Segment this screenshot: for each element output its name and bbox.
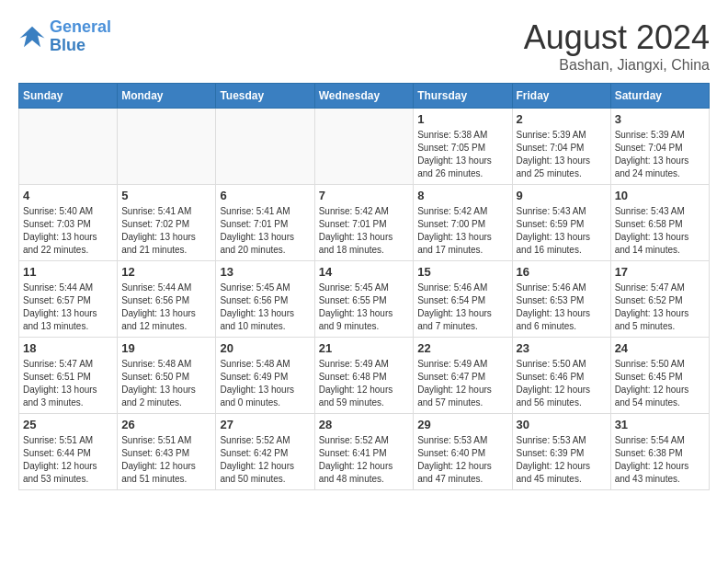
calendar-cell bbox=[19, 109, 118, 185]
day-info: Sunrise: 5:53 AM Sunset: 6:40 PM Dayligh… bbox=[417, 434, 507, 486]
day-number: 8 bbox=[417, 189, 507, 202]
page-header: General Blue August 2024 Bashan, Jiangxi… bbox=[18, 18, 710, 74]
month-year: August 2024 bbox=[524, 18, 710, 57]
day-number: 28 bbox=[319, 418, 410, 431]
day-number: 30 bbox=[517, 418, 607, 431]
day-info: Sunrise: 5:54 AM Sunset: 6:38 PM Dayligh… bbox=[615, 434, 705, 486]
calendar-week-row: 25Sunrise: 5:51 AM Sunset: 6:44 PM Dayli… bbox=[19, 414, 710, 490]
day-number: 22 bbox=[417, 341, 507, 355]
calendar-cell: 6Sunrise: 5:41 AM Sunset: 7:01 PM Daylig… bbox=[216, 185, 314, 261]
day-number: 3 bbox=[615, 112, 705, 126]
calendar-cell: 20Sunrise: 5:48 AM Sunset: 6:49 PM Dayli… bbox=[216, 338, 314, 414]
day-number: 12 bbox=[121, 265, 211, 279]
day-info: Sunrise: 5:47 AM Sunset: 6:52 PM Dayligh… bbox=[615, 282, 705, 333]
day-info: Sunrise: 5:45 AM Sunset: 6:56 PM Dayligh… bbox=[220, 282, 310, 333]
day-number: 13 bbox=[220, 265, 310, 279]
day-info: Sunrise: 5:39 AM Sunset: 7:04 PM Dayligh… bbox=[517, 129, 607, 180]
day-number: 9 bbox=[517, 189, 607, 202]
day-info: Sunrise: 5:53 AM Sunset: 6:39 PM Dayligh… bbox=[517, 434, 607, 486]
day-info: Sunrise: 5:51 AM Sunset: 6:44 PM Dayligh… bbox=[23, 434, 113, 486]
day-number: 25 bbox=[23, 418, 113, 431]
calendar-cell: 21Sunrise: 5:49 AM Sunset: 6:48 PM Dayli… bbox=[314, 338, 414, 414]
day-number: 19 bbox=[121, 341, 211, 355]
day-info: Sunrise: 5:42 AM Sunset: 7:01 PM Dayligh… bbox=[319, 205, 410, 257]
calendar-cell: 25Sunrise: 5:51 AM Sunset: 6:44 PM Dayli… bbox=[19, 414, 118, 490]
day-number: 15 bbox=[417, 265, 507, 279]
calendar-cell bbox=[314, 109, 414, 185]
day-number: 7 bbox=[319, 189, 410, 202]
day-header-thursday: Thursday bbox=[414, 84, 512, 109]
day-info: Sunrise: 5:51 AM Sunset: 6:43 PM Dayligh… bbox=[121, 434, 211, 486]
day-info: Sunrise: 5:46 AM Sunset: 6:54 PM Dayligh… bbox=[417, 282, 507, 333]
calendar-cell: 1Sunrise: 5:38 AM Sunset: 7:05 PM Daylig… bbox=[414, 109, 512, 185]
day-info: Sunrise: 5:42 AM Sunset: 7:00 PM Dayligh… bbox=[417, 205, 507, 257]
calendar-cell: 15Sunrise: 5:46 AM Sunset: 6:54 PM Dayli… bbox=[414, 261, 512, 338]
calendar-week-row: 11Sunrise: 5:44 AM Sunset: 6:57 PM Dayli… bbox=[19, 261, 710, 338]
day-number: 5 bbox=[121, 189, 211, 202]
calendar-cell bbox=[118, 109, 216, 185]
calendar-cell: 8Sunrise: 5:42 AM Sunset: 7:00 PM Daylig… bbox=[414, 185, 512, 261]
day-info: Sunrise: 5:49 AM Sunset: 6:47 PM Dayligh… bbox=[417, 358, 507, 409]
calendar-cell: 19Sunrise: 5:48 AM Sunset: 6:50 PM Dayli… bbox=[118, 338, 216, 414]
day-header-wednesday: Wednesday bbox=[314, 84, 414, 109]
calendar-cell: 30Sunrise: 5:53 AM Sunset: 6:39 PM Dayli… bbox=[512, 414, 610, 490]
day-number: 18 bbox=[23, 341, 113, 355]
calendar-cell: 3Sunrise: 5:39 AM Sunset: 7:04 PM Daylig… bbox=[610, 109, 709, 185]
day-number: 10 bbox=[615, 189, 705, 202]
calendar-week-row: 4Sunrise: 5:40 AM Sunset: 7:03 PM Daylig… bbox=[19, 185, 710, 261]
calendar-cell: 18Sunrise: 5:47 AM Sunset: 6:51 PM Dayli… bbox=[19, 338, 118, 414]
location: Bashan, Jiangxi, China bbox=[524, 57, 710, 74]
calendar-cell: 24Sunrise: 5:50 AM Sunset: 6:45 PM Dayli… bbox=[610, 338, 709, 414]
day-header-tuesday: Tuesday bbox=[216, 84, 314, 109]
day-info: Sunrise: 5:46 AM Sunset: 6:53 PM Dayligh… bbox=[517, 282, 607, 333]
calendar-cell: 22Sunrise: 5:49 AM Sunset: 6:47 PM Dayli… bbox=[414, 338, 512, 414]
day-number: 16 bbox=[517, 265, 607, 279]
calendar-cell: 5Sunrise: 5:41 AM Sunset: 7:02 PM Daylig… bbox=[118, 185, 216, 261]
day-info: Sunrise: 5:40 AM Sunset: 7:03 PM Dayligh… bbox=[23, 205, 113, 257]
calendar-week-row: 1Sunrise: 5:38 AM Sunset: 7:05 PM Daylig… bbox=[19, 109, 710, 185]
day-header-monday: Monday bbox=[118, 84, 216, 109]
calendar-cell: 16Sunrise: 5:46 AM Sunset: 6:53 PM Dayli… bbox=[512, 261, 610, 338]
logo-text: General Blue bbox=[50, 18, 111, 55]
calendar-cell: 12Sunrise: 5:44 AM Sunset: 6:56 PM Dayli… bbox=[118, 261, 216, 338]
day-info: Sunrise: 5:43 AM Sunset: 6:59 PM Dayligh… bbox=[517, 205, 607, 257]
day-info: Sunrise: 5:41 AM Sunset: 7:01 PM Dayligh… bbox=[220, 205, 310, 257]
day-number: 29 bbox=[417, 418, 507, 431]
day-number: 27 bbox=[220, 418, 310, 431]
calendar-cell: 2Sunrise: 5:39 AM Sunset: 7:04 PM Daylig… bbox=[512, 109, 610, 185]
calendar-cell: 28Sunrise: 5:52 AM Sunset: 6:41 PM Dayli… bbox=[314, 414, 414, 490]
day-info: Sunrise: 5:52 AM Sunset: 6:41 PM Dayligh… bbox=[319, 434, 410, 486]
day-number: 23 bbox=[517, 341, 607, 355]
title-block: August 2024 Bashan, Jiangxi, China bbox=[524, 18, 710, 74]
calendar-cell: 14Sunrise: 5:45 AM Sunset: 6:55 PM Dayli… bbox=[314, 261, 414, 338]
calendar-header-row: SundayMondayTuesdayWednesdayThursdayFrid… bbox=[19, 84, 710, 109]
day-number: 11 bbox=[23, 265, 113, 279]
calendar-cell: 11Sunrise: 5:44 AM Sunset: 6:57 PM Dayli… bbox=[19, 261, 118, 338]
day-info: Sunrise: 5:50 AM Sunset: 6:46 PM Dayligh… bbox=[517, 358, 607, 409]
day-number: 31 bbox=[615, 418, 705, 431]
day-info: Sunrise: 5:38 AM Sunset: 7:05 PM Dayligh… bbox=[417, 129, 507, 180]
day-number: 14 bbox=[319, 265, 410, 279]
day-number: 26 bbox=[121, 418, 211, 431]
day-header-friday: Friday bbox=[512, 84, 610, 109]
calendar-cell: 13Sunrise: 5:45 AM Sunset: 6:56 PM Dayli… bbox=[216, 261, 314, 338]
calendar-cell: 23Sunrise: 5:50 AM Sunset: 6:46 PM Dayli… bbox=[512, 338, 610, 414]
day-info: Sunrise: 5:45 AM Sunset: 6:55 PM Dayligh… bbox=[319, 282, 410, 333]
calendar-cell: 26Sunrise: 5:51 AM Sunset: 6:43 PM Dayli… bbox=[118, 414, 216, 490]
day-info: Sunrise: 5:48 AM Sunset: 6:50 PM Dayligh… bbox=[121, 358, 211, 409]
day-info: Sunrise: 5:43 AM Sunset: 6:58 PM Dayligh… bbox=[615, 205, 705, 257]
calendar-cell: 9Sunrise: 5:43 AM Sunset: 6:59 PM Daylig… bbox=[512, 185, 610, 261]
day-info: Sunrise: 5:44 AM Sunset: 6:56 PM Dayligh… bbox=[121, 282, 211, 333]
logo: General Blue bbox=[18, 18, 111, 55]
logo-icon bbox=[18, 23, 46, 51]
day-number: 24 bbox=[615, 341, 705, 355]
day-info: Sunrise: 5:47 AM Sunset: 6:51 PM Dayligh… bbox=[23, 358, 113, 409]
day-info: Sunrise: 5:49 AM Sunset: 6:48 PM Dayligh… bbox=[319, 358, 410, 409]
calendar-cell: 4Sunrise: 5:40 AM Sunset: 7:03 PM Daylig… bbox=[19, 185, 118, 261]
calendar-cell: 17Sunrise: 5:47 AM Sunset: 6:52 PM Dayli… bbox=[610, 261, 709, 338]
calendar-cell: 7Sunrise: 5:42 AM Sunset: 7:01 PM Daylig… bbox=[314, 185, 414, 261]
day-number: 6 bbox=[220, 189, 310, 202]
day-number: 1 bbox=[417, 112, 507, 126]
calendar-cell bbox=[216, 109, 314, 185]
day-header-saturday: Saturday bbox=[610, 84, 709, 109]
